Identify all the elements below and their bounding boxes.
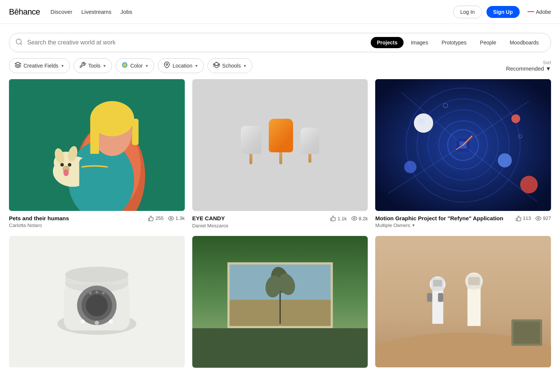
svg-rect-89 xyxy=(514,321,540,343)
svg-line-1 xyxy=(21,43,22,44)
views-stat: 8.2k xyxy=(351,215,368,221)
svg-point-39 xyxy=(498,153,512,168)
tab-images[interactable]: Images xyxy=(405,37,434,48)
svg-point-61 xyxy=(94,321,99,325)
project-card[interactable] xyxy=(192,236,368,372)
project-card-bottom xyxy=(375,371,551,372)
adobe-icon: ⸻ xyxy=(527,8,534,16)
svg-rect-75 xyxy=(192,328,368,368)
projects-grid: Pets and their humans Carlotta Notaro 25… xyxy=(0,79,560,381)
filters-row: Creative Fields ▼ Tools ▼ xyxy=(0,52,560,79)
project-stats: 113 927 xyxy=(516,215,551,221)
filter-color[interactable]: Color ▼ xyxy=(116,58,154,73)
filter-location[interactable]: Location ▼ xyxy=(158,58,204,73)
svg-point-40 xyxy=(511,114,520,123)
popsicle-item xyxy=(269,119,293,164)
views-stat: 927 xyxy=(535,215,551,221)
likes-stat: 1.1k xyxy=(330,215,347,221)
project-card-bottom: EYE CANDY Daniel Meszaros 1.1k 8.2k xyxy=(192,215,368,228)
nav-livestreams[interactable]: Livestreams xyxy=(81,9,112,15)
svg-rect-24 xyxy=(79,158,110,193)
search-icon xyxy=(15,38,23,47)
chevron-down-icon: ▼ xyxy=(545,65,551,72)
filter-schools[interactable]: Schools ▼ xyxy=(208,58,252,73)
project-author: Carlotta Notaro xyxy=(9,223,69,228)
tab-prototypes[interactable]: Prototypes xyxy=(436,37,473,48)
project-card[interactable]: Motion Graphic Project for "Refyne" Appl… xyxy=(375,79,551,228)
nav-links: Discover Livestreams Jobs xyxy=(50,9,132,15)
svg-marker-2 xyxy=(15,62,21,65)
chevron-down-icon: ▼ xyxy=(103,64,106,68)
behance-logo[interactable]: Bēhance xyxy=(9,7,40,17)
nav-discover[interactable]: Discover xyxy=(50,9,72,15)
project-info: Motion Graphic Project for "Refyne" Appl… xyxy=(375,215,503,228)
project-meta: Pets and their humans Carlotta Notaro 25… xyxy=(9,215,185,228)
project-card[interactable] xyxy=(375,236,551,372)
search-bar: Projects Images Prototypes People Moodbo… xyxy=(9,33,551,52)
svg-point-26 xyxy=(354,218,355,219)
project-info: EYE CANDY Daniel Meszaros xyxy=(192,215,228,228)
search-input[interactable] xyxy=(27,39,362,46)
likes-stat: 113 xyxy=(516,215,531,221)
filter-creative-fields[interactable]: Creative Fields ▼ xyxy=(9,58,70,73)
login-button[interactable]: Log In xyxy=(453,6,482,18)
search-section: Projects Images Prototypes People Moodbo… xyxy=(0,24,560,52)
chevron-down-icon: ▼ xyxy=(60,64,64,68)
svg-point-41 xyxy=(404,161,417,173)
svg-point-62 xyxy=(109,319,113,324)
popsicle-item xyxy=(241,126,261,164)
project-author: Multiple Owners ▼ xyxy=(375,223,503,228)
svg-rect-87 xyxy=(469,277,480,285)
project-meta: Motion Graphic Project for "Refyne" Appl… xyxy=(375,215,551,228)
svg-point-21 xyxy=(68,163,71,167)
adobe-logo: ⸻ Adobe xyxy=(527,8,551,16)
project-card-bottom xyxy=(9,371,185,372)
project-title: Pets and their humans xyxy=(9,215,69,222)
svg-point-63 xyxy=(89,292,91,294)
svg-rect-84 xyxy=(467,286,480,326)
tab-projects[interactable]: Projects xyxy=(371,37,403,48)
popsicle-stick xyxy=(249,154,252,164)
project-stats: 255 1.3k xyxy=(148,215,184,221)
tab-people[interactable]: People xyxy=(474,37,503,48)
svg-point-65 xyxy=(102,292,105,294)
views-stat: 1.3k xyxy=(168,215,185,221)
signup-button[interactable]: Sign Up xyxy=(486,6,520,18)
sort-button[interactable]: Recommended ▼ xyxy=(506,65,551,72)
popsicle-head xyxy=(301,128,319,154)
svg-point-56 xyxy=(65,267,128,282)
svg-rect-83 xyxy=(438,293,444,302)
nav-jobs[interactable]: Jobs xyxy=(121,9,133,15)
popsicle-stick xyxy=(308,154,311,163)
project-title: EYE CANDY xyxy=(192,215,228,222)
project-card[interactable] xyxy=(9,236,185,372)
project-card-bottom: Pets and their humans Carlotta Notaro 25… xyxy=(9,215,185,228)
svg-rect-81 xyxy=(433,280,442,286)
svg-point-3 xyxy=(122,62,127,68)
chevron-down-icon: ▼ xyxy=(412,223,416,227)
svg-point-23 xyxy=(63,169,69,176)
filter-tools[interactable]: Tools ▼ xyxy=(74,58,112,73)
project-meta: EYE CANDY Daniel Meszaros 1.1k 8.2k xyxy=(192,215,368,228)
svg-point-60 xyxy=(81,319,85,324)
project-thumbnail xyxy=(9,236,185,368)
project-thumbnail xyxy=(192,79,368,211)
project-thumbnail xyxy=(375,79,551,211)
tab-moodboards[interactable]: Moodboards xyxy=(504,37,545,48)
svg-point-64 xyxy=(96,291,98,293)
popsicle-head xyxy=(269,119,293,152)
search-tabs: Projects Images Prototypes People Moodbo… xyxy=(371,37,545,48)
project-card[interactable]: EYE CANDY Daniel Meszaros 1.1k 8.2k xyxy=(192,79,368,228)
blue-abstract-visual xyxy=(375,79,551,211)
tools-icon xyxy=(79,62,86,70)
svg-point-49 xyxy=(538,218,539,219)
project-card[interactable]: Pets and their humans Carlotta Notaro 25… xyxy=(9,79,185,228)
chevron-down-icon: ▼ xyxy=(145,64,149,68)
project-card-bottom xyxy=(192,371,368,372)
project-meta xyxy=(192,371,368,372)
popsicle-stick xyxy=(279,152,282,164)
svg-point-20 xyxy=(60,163,64,167)
svg-point-59 xyxy=(86,294,108,316)
svg-rect-14 xyxy=(90,119,99,154)
project-card-bottom: Motion Graphic Project for "Refyne" Appl… xyxy=(375,215,551,228)
